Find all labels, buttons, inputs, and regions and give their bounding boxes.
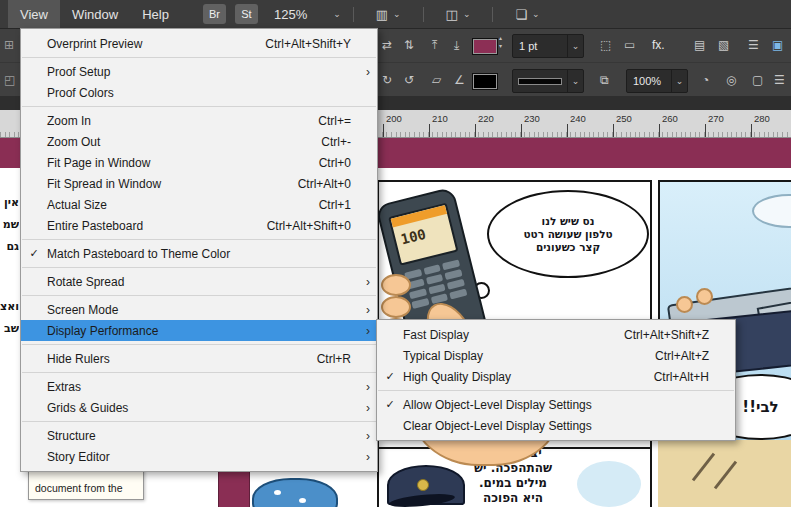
rotation-angle-icon[interactable]: ∠: [454, 74, 465, 86]
menu-window[interactable]: Window: [60, 0, 130, 28]
opacity-select[interactable]: 100% ⌄: [626, 69, 688, 93]
menu-help[interactable]: Help: [130, 0, 181, 28]
divider: [492, 7, 493, 22]
menu-item-allow-object-level-display-settings[interactable]: ✓ Allow Object-Level Display Settings: [377, 394, 735, 415]
menu-item-structure[interactable]: Structure ›: [21, 425, 377, 446]
hebrew-text-fragment: שמ: [0, 218, 19, 231]
menu-item-label: Hide Rulers: [47, 352, 110, 366]
highlight-dot: [299, 498, 306, 503]
dashed-frame-icon[interactable]: ⬚: [600, 39, 611, 51]
menu-item-label: Match Pasteboard to Theme Color: [47, 247, 230, 261]
menu-item-shortcut: Ctrl+Alt+Shift+Y: [265, 37, 351, 51]
opacity-icon[interactable]: ◔: [702, 74, 709, 86]
finger-illustration: [381, 296, 411, 318]
stroke-color-swatch[interactable]: [472, 73, 498, 90]
menu-item-fit-spread-in-window[interactable]: Fit Spread in Window Ctrl+Alt+0: [21, 173, 377, 194]
screen-mode-dropdown[interactable]: ◫ ⌄: [446, 8, 471, 21]
chevron-down-icon: ⌄: [567, 70, 583, 92]
chevron-down-icon: ⌄: [532, 10, 540, 19]
menu-item-high-quality-display[interactable]: ✓ High Quality Display Ctrl+Alt+H: [377, 366, 735, 387]
menu-item-fast-display[interactable]: Fast Display Ctrl+Alt+Shift+Z: [377, 324, 735, 345]
flip-vertical-icon[interactable]: ⇅: [404, 39, 414, 51]
menu-separator: [22, 295, 376, 296]
select-next-object-icon[interactable]: ⤓: [454, 39, 459, 51]
menu-item-fit-page-in-window[interactable]: Fit Page in Window Ctrl+0: [21, 152, 377, 173]
submenu-arrow-icon: ›: [359, 324, 377, 338]
hebrew-text-fragment: שב: [0, 322, 19, 335]
reference-point-icon[interactable]: ⊞: [4, 39, 14, 51]
flip-icon[interactable]: ⧉: [600, 74, 609, 86]
menu-item-label: Zoom Out: [47, 135, 100, 149]
menu-item-rotate-spread[interactable]: Rotate Spread ›: [21, 271, 377, 292]
fill-color-swatch[interactable]: [472, 38, 498, 55]
menu-item-story-editor[interactable]: Story Editor ›: [21, 446, 377, 467]
menu-item-zoom-out[interactable]: Zoom Out Ctrl+-: [21, 131, 377, 152]
tooltip-text: document from the: [35, 482, 123, 494]
rotate-cw-icon[interactable]: ↻: [382, 74, 392, 86]
stock-button[interactable]: St: [235, 4, 258, 24]
menu-item-shortcut: Ctrl+Alt+Z: [655, 349, 709, 363]
stroke-weight-stepper[interactable]: ▴ ▾: [499, 35, 502, 51]
panel-list-icon[interactable]: ☰: [748, 39, 759, 51]
flip-horizontal-icon[interactable]: ⇄: [382, 39, 392, 51]
menu-item-zoom-in[interactable]: Zoom In Ctrl+=: [21, 110, 377, 131]
snap-icon[interactable]: ▣: [772, 39, 783, 51]
menu-item-match-pasteboard-to-theme-color[interactable]: ✓ Match Pasteboard to Theme Color: [21, 243, 377, 264]
display-performance-submenu: Fast Display Ctrl+Alt+Shift+Z Typical Di…: [376, 319, 736, 441]
menu-item-grids-and-guides[interactable]: Grids & Guides ›: [21, 397, 377, 418]
square-icon[interactable]: ▢: [752, 74, 763, 86]
menu-item-label: Zoom In: [47, 114, 91, 128]
menu-item-actual-size[interactable]: Actual Size Ctrl+1: [21, 194, 377, 215]
menu-item-label: Fast Display: [403, 328, 469, 342]
panel-menu-icon[interactable]: ☰: [774, 74, 785, 86]
menu-item-hide-rulers[interactable]: Hide Rulers Ctrl+R: [21, 348, 377, 369]
quick-apply-icon[interactable]: ▧: [718, 39, 729, 51]
menu-item-label: Grids & Guides: [47, 401, 128, 415]
menu-item-clear-object-level-display-settings[interactable]: Clear Object-Level Display Settings: [377, 415, 735, 436]
menu-item-screen-mode[interactable]: Screen Mode ›: [21, 299, 377, 320]
menu-item-label: Structure: [47, 429, 96, 443]
menu-item-extras[interactable]: Extras ›: [21, 376, 377, 397]
page-gap-pasteboard: [218, 470, 250, 507]
bubble-line: נס שיש לנו: [542, 215, 595, 228]
stroke-style-preview: [519, 79, 561, 84]
screen-mode-icon: ◫: [446, 8, 458, 21]
menu-item-label: Rotate Spread: [47, 275, 124, 289]
hebrew-text-fragment: ואצ: [0, 300, 19, 313]
bridge-button[interactable]: Br: [203, 4, 226, 24]
menu-item-proof-setup[interactable]: Proof Setup ›: [21, 61, 377, 82]
menu-item-shortcut: Ctrl+-: [321, 135, 351, 149]
comic-panel-beige: [658, 440, 791, 507]
stepper-down-icon: ▾: [499, 43, 502, 51]
menu-item-display-performance[interactable]: Display Performance ›: [21, 320, 377, 341]
effects-button[interactable]: fx.: [652, 39, 665, 51]
target-icon[interactable]: ◎: [726, 74, 736, 86]
corner-options-icon[interactable]: ◰: [4, 74, 15, 86]
rotate-ccw-icon[interactable]: ↺: [404, 74, 414, 86]
menu-separator: [22, 239, 376, 240]
menu-view[interactable]: View: [8, 0, 60, 28]
menu-item-label: Entire Pasteboard: [47, 219, 143, 233]
arrange-documents-dropdown[interactable]: ❏ ⌄: [515, 8, 539, 21]
menu-item-label: Proof Colors: [47, 86, 114, 100]
menu-item-overprint-preview[interactable]: Overprint Preview Ctrl+Alt+Shift+Y: [21, 33, 377, 54]
submenu-arrow-icon: ›: [359, 450, 377, 464]
frame-icon[interactable]: ▭: [624, 39, 635, 51]
zoom-level-select[interactable]: 125% ⌄: [274, 7, 341, 22]
hebrew-text-fragment: גם: [0, 240, 19, 253]
menu-item-typical-display[interactable]: Typical Display Ctrl+Alt+Z: [377, 345, 735, 366]
stroke-weight-select[interactable]: 1 pt ⌄: [512, 34, 584, 58]
shear-icon[interactable]: ▱: [432, 74, 441, 86]
menu-item-entire-pasteboard[interactable]: Entire Pasteboard Ctrl+Alt+Shift+0: [21, 215, 377, 236]
menu-item-shortcut: Ctrl+Alt+H: [654, 370, 709, 384]
object-styles-icon[interactable]: ▤: [694, 39, 705, 51]
stroke-style-select[interactable]: ⌄: [512, 69, 584, 93]
menu-item-shortcut: Ctrl+Alt+0: [298, 177, 351, 191]
menu-item-label: Clear Object-Level Display Settings: [403, 419, 592, 433]
chevron-down-icon: ⌄: [671, 70, 687, 92]
divider: [353, 7, 354, 22]
select-previous-object-icon[interactable]: ⤒: [432, 39, 437, 51]
menu-item-proof-colors[interactable]: Proof Colors: [21, 82, 377, 103]
sketch-line: [692, 453, 715, 482]
view-options-dropdown[interactable]: ▥ ⌄: [376, 8, 401, 21]
